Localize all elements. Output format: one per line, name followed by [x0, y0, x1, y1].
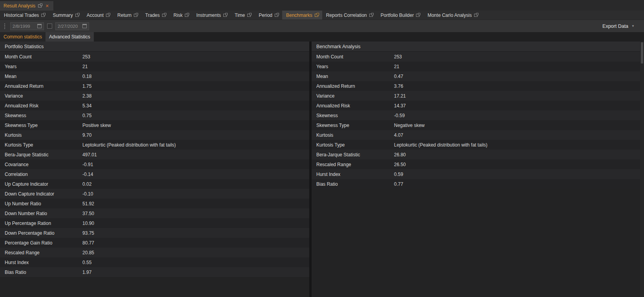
table-row: Variance2.38	[0, 91, 309, 101]
nav-tab-summary[interactable]: Summary	[49, 11, 82, 20]
nav-tab-time[interactable]: Time	[231, 11, 255, 20]
calendar-icon[interactable]	[37, 24, 42, 28]
stat-value: 80.77	[82, 240, 94, 246]
stat-value: 4.07	[394, 132, 403, 138]
document-tab-result-analysis[interactable]: Result Analysis ✕	[0, 1, 53, 11]
stat-label: Variance	[316, 93, 394, 99]
date-to-field[interactable]: 2/27/2020	[55, 22, 89, 30]
stat-value: 26.50	[394, 162, 406, 167]
nav-tab-reports-correlation[interactable]: Reports Correlation	[322, 11, 377, 20]
tab-window-icon	[106, 14, 109, 17]
nav-tab-period[interactable]: Period	[255, 11, 282, 20]
tab-window-icon	[416, 14, 420, 17]
stat-label: Mean	[5, 74, 82, 79]
nav-tab-instruments[interactable]: Instruments	[192, 11, 231, 20]
table-row: Variance17.21	[312, 91, 640, 101]
stat-value: 51.92	[82, 201, 94, 206]
calendar-icon[interactable]	[82, 24, 87, 28]
nav-tab-portfolio-builder[interactable]: Portfolio Builder	[377, 11, 424, 20]
tab-window-icon	[185, 14, 188, 17]
table-row: Correlation-0.14	[0, 169, 309, 179]
close-icon[interactable]: ✕	[44, 4, 49, 9]
stat-label: Variance	[5, 93, 82, 99]
tab-window-icon	[275, 14, 278, 17]
table-row: Annualized Risk5.34	[0, 101, 309, 110]
stat-value: 0.59	[394, 172, 403, 177]
table-row: Mean0.47	[312, 71, 640, 81]
nav-tab-label: Portfolio Builder	[381, 13, 414, 18]
tab-window-icon	[247, 14, 251, 17]
stat-label: Rescaled Range	[316, 162, 394, 167]
table-row: Bera-Jarque Statistic497.01	[0, 150, 309, 159]
stat-label: Up Percentage Ration	[5, 221, 82, 226]
statistics-table: Month Count253Years21Mean0.47Annualized …	[312, 52, 640, 297]
table-row: Annualized Return1.75	[0, 81, 309, 91]
statistics-subtab-bar: Common statisticsAdvanced Statistics	[0, 32, 644, 42]
stat-value: 14.37	[394, 103, 406, 109]
stat-label: Down Capture Indicator	[5, 191, 82, 197]
nav-tab-label: Risk	[173, 13, 182, 18]
nav-tab-trades[interactable]: Trades	[141, 11, 170, 20]
stat-label: Annualized Risk	[5, 103, 82, 109]
nav-tab-label: Trades	[145, 13, 160, 18]
table-row: Percentage Gain Ratio80.77	[0, 238, 309, 248]
app-window: Result Analysis ✕ Historical TradesSumma…	[0, 0, 644, 297]
subtab-advanced-statistics[interactable]: Advanced Statistics	[46, 32, 94, 42]
stat-value: 20.85	[82, 250, 94, 255]
stat-value: 5.34	[82, 103, 91, 109]
nav-tab-label: Monte Carlo Analysis	[427, 13, 472, 18]
stat-value: 21	[394, 64, 399, 69]
nav-tab-label: Benchmarks	[286, 13, 312, 18]
table-row: Skewness-0.59	[312, 110, 640, 120]
stat-value: -0.59	[394, 113, 405, 118]
table-row: Years21	[312, 62, 640, 71]
subtab-common-statistics[interactable]: Common statistics	[0, 32, 46, 42]
stat-value: 0.55	[82, 260, 91, 265]
stat-label: Annualized Return	[316, 83, 394, 89]
tab-window-icon	[315, 14, 318, 17]
panel-title: Benchmark Analysis	[312, 42, 640, 52]
stat-label: Skewness	[5, 113, 82, 118]
stat-value: 9.70	[82, 132, 91, 138]
table-row: Kurtosis4.07	[312, 130, 640, 140]
tab-window-icon	[369, 14, 373, 17]
stat-value: -0.91	[82, 162, 93, 167]
table-row: Kurtosis TypeLeptokurtic (Peaked distrib…	[0, 140, 309, 150]
table-row: Month Count253	[0, 52, 309, 62]
scrollbar-thumb[interactable]	[641, 42, 643, 63]
stat-label: Years	[316, 64, 394, 69]
tab-window-icon	[162, 14, 166, 17]
date-from-field[interactable]: 2/8/1999	[10, 22, 44, 30]
nav-tab-account[interactable]: Account	[83, 11, 113, 20]
stat-label: Month Count	[316, 54, 394, 60]
stat-value: 497.01	[82, 152, 97, 158]
stat-label: Up Number Ratio	[5, 201, 82, 206]
table-row: Down Capture Indicator-0.10	[0, 189, 309, 199]
benchmark-analysis-panel: Benchmark Analysis Month Count253Years21…	[312, 42, 640, 297]
nav-tab-benchmarks[interactable]: Benchmarks	[282, 11, 322, 20]
nav-tab-return[interactable]: Return	[113, 11, 141, 20]
tab-window-icon	[75, 14, 79, 17]
stat-value: 0.75	[82, 113, 91, 118]
table-row: Hurst Index0.55	[0, 257, 309, 267]
table-row: Bias Ratio0.77	[312, 179, 640, 189]
drag-handle-icon[interactable]	[4, 23, 5, 29]
nav-tab-label: Period	[259, 13, 272, 18]
export-data-button[interactable]: Export Data ▼	[599, 20, 640, 32]
stat-value: 93.75	[82, 230, 94, 236]
nav-tab-risk[interactable]: Risk	[170, 11, 192, 20]
vertical-scrollbar[interactable]	[640, 42, 644, 297]
table-row: Hurst Index0.59	[312, 169, 640, 179]
nav-tab-label: Return	[117, 13, 131, 18]
table-row: Skewness TypeNegative skew	[312, 120, 640, 130]
stat-value: 26.80	[394, 152, 406, 158]
stat-value: 253	[394, 54, 402, 60]
tab-window-icon	[223, 14, 227, 17]
panel-title: Portfolio Statistics	[0, 42, 309, 52]
table-row: Annualized Risk14.37	[312, 101, 640, 110]
nav-tab-historical-trades[interactable]: Historical Trades	[0, 11, 49, 20]
nav-tab-monte-carlo-analysis[interactable]: Monte Carlo Analysis	[423, 11, 482, 20]
table-row: Bera-Jarque Statistic26.80	[312, 150, 640, 159]
date-range-checkbox[interactable]	[47, 24, 52, 29]
table-row: Up Percentage Ration10.90	[0, 218, 309, 228]
